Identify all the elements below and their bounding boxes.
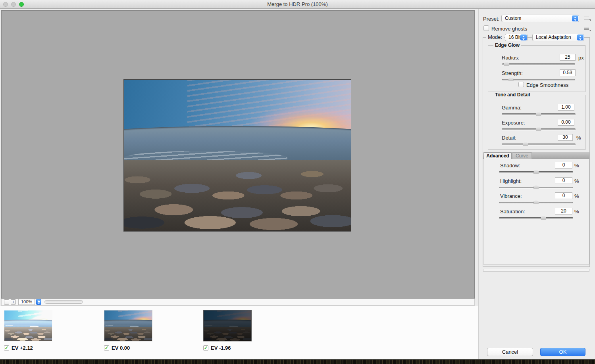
detail-unit: % [576,135,581,141]
detail-input[interactable]: 30 [558,134,573,141]
shadow-label: Shadow: [500,163,520,169]
cancel-button[interactable]: Cancel [487,348,533,356]
edge-smoothness-label: Edge Smoothness [526,82,568,88]
advanced-tab-content: Shadow: 0 % Highlight: 0 % Vibrance: 0 % [483,159,589,264]
highlight-input[interactable]: 0 [555,177,572,184]
shadow-slider[interactable] [499,169,573,174]
radius-input[interactable]: 25 [560,54,576,61]
vibrance-slider[interactable] [499,200,573,205]
thumbnail-caption: ✓ EV 0.00 [104,345,130,351]
remove-ghosts-label: Remove ghosts [491,26,527,32]
shadow-input[interactable]: 0 [555,162,572,169]
saturation-slider-thumb[interactable] [541,215,546,220]
tab-advanced[interactable]: Advanced [484,152,512,159]
detail-label: Detail: [502,135,516,141]
ev-label: EV +2.12 [12,345,33,351]
source-thumbnail[interactable]: ✓ EV +2.12 [4,310,64,354]
highlight-slider[interactable] [499,185,573,190]
mode-label: Mode: [486,34,504,40]
thumbnail-image-ev-low [203,310,252,341]
saturation-label: Saturation: [500,209,525,215]
ok-button[interactable]: OK [540,348,585,356]
tone-detail-title: Tone and Detail [493,92,531,98]
title-bar: Merge to HDR Pro (100%) [0,0,595,9]
shadow-slider-thumb[interactable] [533,169,539,174]
vibrance-unit: % [574,193,579,199]
rocky-shore-layer [124,160,351,231]
preview-canvas[interactable] [1,10,475,299]
saturation-unit: % [574,209,579,215]
radius-unit: px [578,55,584,61]
shadow-unit: % [574,163,579,169]
source-thumbnail[interactable]: ✓ EV -1.96 [203,310,263,354]
settings-panel: Preset: Custom Remove ghosts Mode: 16 Bi… [478,9,595,359]
thumbnail-caption: ✓ EV -1.96 [203,345,231,351]
edge-glow-group: Edge Glow Radius: 25 px Strength: 0.53 E… [488,45,585,92]
desktop-background-strip [0,359,595,364]
zoom-in-button[interactable]: + [11,299,16,305]
chevron-up-down-icon [520,34,527,40]
exposure-input[interactable]: 0.00 [558,119,574,126]
edge-smoothness-checkbox[interactable] [518,82,524,87]
gamma-slider-thumb[interactable] [536,111,541,116]
zoom-out-button[interactable]: − [4,299,9,305]
thumbnail-image-ev-mid [104,310,152,341]
detail-slider-thumb[interactable] [523,142,528,146]
include-checkbox[interactable]: ✓ [4,345,9,351]
edge-glow-title: Edge Glow [493,42,521,48]
zoom-slider[interactable] [44,300,83,304]
include-checkbox[interactable]: ✓ [104,345,109,351]
exposure-slider-thumb[interactable] [536,126,541,131]
ev-label: EV 0.00 [112,345,130,351]
hdr-preview-image [123,79,351,232]
zoom-stepper[interactable] [36,299,41,305]
remove-ghosts-checkbox[interactable] [483,25,489,31]
highlight-unit: % [574,178,579,184]
source-filmstrip: ✓ EV +2.12 ✓ EV 0.00 ✓ EV -1.96 [0,306,478,359]
gamma-slider[interactable] [502,111,576,116]
method-select[interactable]: Local Adaptation [532,34,584,41]
mode-group: Mode: 16 Bit Local Adaptation Edge Glow … [483,37,590,267]
strength-input[interactable]: 0.53 [560,69,576,76]
tab-panel-scrollbar[interactable] [483,269,589,272]
vibrance-label: Vibrance: [500,193,522,199]
preset-select[interactable]: Custom [501,15,579,22]
chevron-up-down-icon [572,15,578,21]
exposure-slider[interactable] [502,126,576,131]
include-checkbox[interactable]: ✓ [203,345,208,351]
radius-slider-thumb[interactable] [504,61,509,66]
preset-value: Custom [505,15,521,22]
preset-label: Preset: [483,16,499,22]
strength-label: Strength: [502,70,523,76]
strength-slider[interactable] [502,77,575,82]
window-title: Merge to HDR Pro (100%) [0,0,595,9]
bit-depth-value: 16 Bit [508,34,521,41]
tab-curve[interactable]: Curve [512,152,532,159]
gamma-label: Gamma: [502,105,522,111]
tab-bar: Advanced Curve [483,152,589,159]
detail-slider[interactable] [502,142,576,146]
zoom-toolbar: − + 100% [1,299,475,306]
gamma-input[interactable]: 1.00 [558,104,574,111]
source-thumbnail[interactable]: ✓ EV 0.00 [104,310,164,354]
saturation-input[interactable]: 20 [555,208,572,215]
highlight-label: Highlight: [500,178,522,184]
vibrance-slider-thumb[interactable] [533,200,539,204]
bit-depth-select[interactable]: 16 Bit [505,34,528,41]
method-value: Local Adaptation [536,34,571,41]
chevron-up-down-icon [577,34,583,40]
tone-detail-group: Tone and Detail Gamma: 1.00 Exposure: 0.… [488,95,585,150]
ev-label: EV -1.96 [211,345,231,351]
zoom-level-field[interactable]: 100% [18,299,35,305]
vibrance-input[interactable]: 0 [555,192,572,199]
merge-to-hdr-dialog: Merge to HDR Pro (100%) − + 100% ✓ E [0,0,595,364]
thumbnail-image-ev-high [4,310,52,341]
strength-slider-thumb[interactable] [508,77,514,81]
radius-label: Radius: [502,55,519,61]
saturation-slider[interactable] [499,215,573,220]
highlight-slider-thumb[interactable] [533,185,539,189]
thumbnail-caption: ✓ EV +2.12 [4,345,33,351]
remove-ghosts-menu-icon[interactable] [584,27,589,30]
preset-menu-icon[interactable] [584,17,589,20]
radius-slider[interactable] [502,61,575,66]
